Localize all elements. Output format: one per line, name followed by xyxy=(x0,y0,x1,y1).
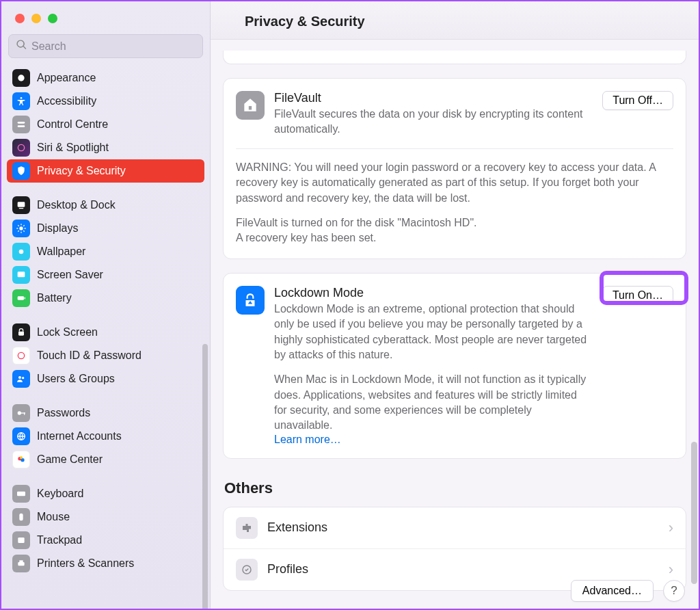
svg-point-4 xyxy=(18,144,24,150)
sidebar-item-appearance[interactable]: Appearance xyxy=(7,66,204,90)
sidebar-item-control-centre[interactable]: Control Centre xyxy=(7,113,204,136)
sidebar-item-battery[interactable]: Battery xyxy=(7,287,204,310)
main-body: FileVault FileVault secures the data on … xyxy=(211,40,699,609)
accessibility-icon xyxy=(12,92,30,110)
sidebar-item-label: Displays xyxy=(37,222,78,235)
mouse-icon xyxy=(12,508,30,526)
desktop-dock-icon xyxy=(12,196,30,214)
main-scrollbar[interactable] xyxy=(691,442,697,584)
lockdown-title: Lockdown Mode xyxy=(274,286,593,300)
sidebar-item-users-groups[interactable]: Users & Groups xyxy=(7,367,204,390)
lockdown-description-1: Lockdown Mode is an extreme, optional pr… xyxy=(274,302,593,363)
control-centre-icon xyxy=(12,116,30,133)
divider xyxy=(236,148,673,149)
sidebar-item-mouse[interactable]: Mouse xyxy=(7,505,204,529)
sidebar-item-label: Mouse xyxy=(37,511,70,523)
search-input[interactable] xyxy=(31,40,196,53)
filevault-title: FileVault xyxy=(274,91,593,105)
sidebar-item-label: Game Center xyxy=(37,453,103,466)
profiles-icon xyxy=(236,559,258,581)
sidebar-item-touch-id[interactable]: Touch ID & Password xyxy=(7,344,204,367)
footer-bar: Advanced… ? xyxy=(557,573,699,609)
system-settings-window: Appearance Accessibility Control Centre … xyxy=(1,1,699,609)
sidebar-item-label: Battery xyxy=(37,292,72,304)
sidebar-item-label: Lock Screen xyxy=(37,326,98,339)
partial-card-top xyxy=(223,51,686,64)
svg-point-13 xyxy=(18,352,24,358)
svg-rect-23 xyxy=(17,492,25,496)
sidebar-item-label: Privacy & Security xyxy=(37,165,126,177)
lockdown-learn-more-link[interactable]: Learn more… xyxy=(274,434,341,445)
svg-point-7 xyxy=(19,226,23,230)
battery-icon xyxy=(12,289,30,307)
sidebar-item-displays[interactable]: Displays xyxy=(7,217,204,240)
svg-rect-11 xyxy=(25,297,25,300)
wallpaper-icon xyxy=(12,243,30,261)
sidebar-item-label: Printers & Scanners xyxy=(37,557,134,570)
filevault-status-line-1: FileVault is turned on for the disk "Mac… xyxy=(236,215,673,230)
chevron-right-icon: › xyxy=(669,519,673,537)
sidebar-item-printers-scanners[interactable]: Printers & Scanners xyxy=(7,552,204,575)
sidebar-item-label: Passwords xyxy=(37,407,90,419)
sidebar-item-label: Siri & Spotlight xyxy=(37,142,109,154)
main-header: Privacy & Security xyxy=(211,1,699,40)
users-groups-icon xyxy=(12,370,30,388)
others-heading: Others xyxy=(224,479,685,497)
svg-rect-6 xyxy=(19,208,24,209)
sidebar-item-label: Control Centre xyxy=(37,118,108,131)
filevault-icon xyxy=(236,91,265,120)
sidebar-item-label: Touch ID & Password xyxy=(37,349,142,362)
svg-rect-24 xyxy=(19,514,23,521)
screen-saver-icon xyxy=(12,266,30,284)
search-field[interactable] xyxy=(8,34,203,58)
help-button[interactable]: ? xyxy=(663,580,685,602)
privacy-icon xyxy=(12,162,30,180)
others-row-label: Extensions xyxy=(267,520,659,535)
sidebar-item-label: Desktop & Dock xyxy=(37,199,116,211)
others-row-extensions[interactable]: Extensions › xyxy=(224,507,686,548)
sidebar-item-screen-saver[interactable]: Screen Saver xyxy=(7,263,204,287)
minimize-window-button[interactable] xyxy=(31,14,41,23)
sidebar-item-siri-spotlight[interactable]: Siri & Spotlight xyxy=(7,136,204,159)
lockdown-description-2: When Mac is in Lockdown Mode, it will no… xyxy=(274,372,593,434)
sidebar-item-label: Wallpaper xyxy=(37,246,85,258)
page-title: Privacy & Security xyxy=(245,14,682,29)
sidebar-item-internet-accounts[interactable]: Internet Accounts xyxy=(7,425,204,448)
lockdown-card: Lockdown Mode Lockdown Mode is an extrem… xyxy=(223,273,686,459)
sidebar-item-label: Internet Accounts xyxy=(37,430,122,442)
trackpad-icon xyxy=(12,531,30,549)
window-controls xyxy=(1,1,210,30)
svg-point-14 xyxy=(18,376,21,379)
sidebar-item-lock-screen[interactable]: Lock Screen xyxy=(7,321,204,344)
sidebar-item-keyboard[interactable]: Keyboard xyxy=(7,482,204,505)
sidebar-item-label: Users & Groups xyxy=(37,373,115,385)
zoom-window-button[interactable] xyxy=(48,14,57,23)
search-icon xyxy=(16,39,31,53)
filevault-turn-off-button[interactable]: Turn Off… xyxy=(602,91,673,110)
sidebar-item-wallpaper[interactable]: Wallpaper xyxy=(7,240,204,263)
sidebar-item-label: Accessibility xyxy=(37,95,96,107)
svg-rect-26 xyxy=(18,562,24,566)
sidebar-item-desktop-dock[interactable]: Desktop & Dock xyxy=(7,194,204,217)
svg-rect-9 xyxy=(18,271,25,277)
displays-icon xyxy=(12,220,30,237)
svg-rect-2 xyxy=(18,122,25,124)
sidebar-item-label: Trackpad xyxy=(37,534,82,546)
sidebar-item-accessibility[interactable]: Accessibility xyxy=(7,90,204,113)
lock-screen-icon xyxy=(12,323,30,341)
advanced-button[interactable]: Advanced… xyxy=(571,580,654,602)
svg-point-0 xyxy=(18,75,24,81)
sidebar-scrollbar[interactable] xyxy=(200,344,210,609)
svg-rect-25 xyxy=(18,538,24,543)
sidebar-item-game-center[interactable]: Game Center xyxy=(7,448,204,471)
filevault-status-line-2: A recovery key has been set. xyxy=(236,230,673,246)
close-window-button[interactable] xyxy=(15,14,25,23)
sidebar-item-privacy-security[interactable]: Privacy & Security xyxy=(7,159,204,183)
sidebar-item-label: Appearance xyxy=(37,72,96,84)
appearance-icon xyxy=(12,69,30,87)
lockdown-turn-on-button[interactable]: Turn On… xyxy=(602,286,673,305)
internet-accounts-icon xyxy=(12,427,30,445)
main-panel: Privacy & Security FileVault FileVault s… xyxy=(211,1,699,609)
sidebar-item-passwords[interactable]: Passwords xyxy=(7,401,204,425)
sidebar-item-trackpad[interactable]: Trackpad xyxy=(7,529,204,552)
